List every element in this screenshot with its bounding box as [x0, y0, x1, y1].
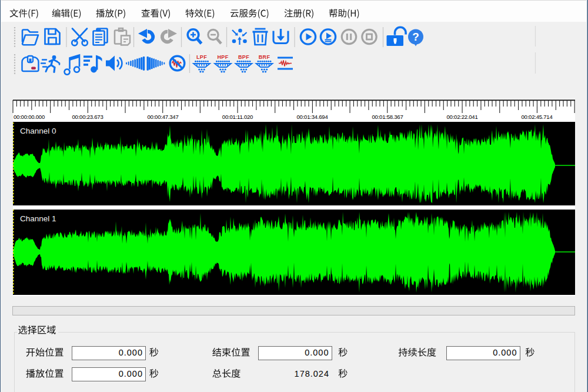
svg-text:HPF: HPF — [217, 54, 228, 60]
svg-text:BPF: BPF — [238, 54, 249, 60]
svg-text:BRF: BRF — [259, 54, 270, 60]
svg-text:?: ? — [412, 31, 419, 43]
svg-text:LPF: LPF — [196, 54, 207, 60]
